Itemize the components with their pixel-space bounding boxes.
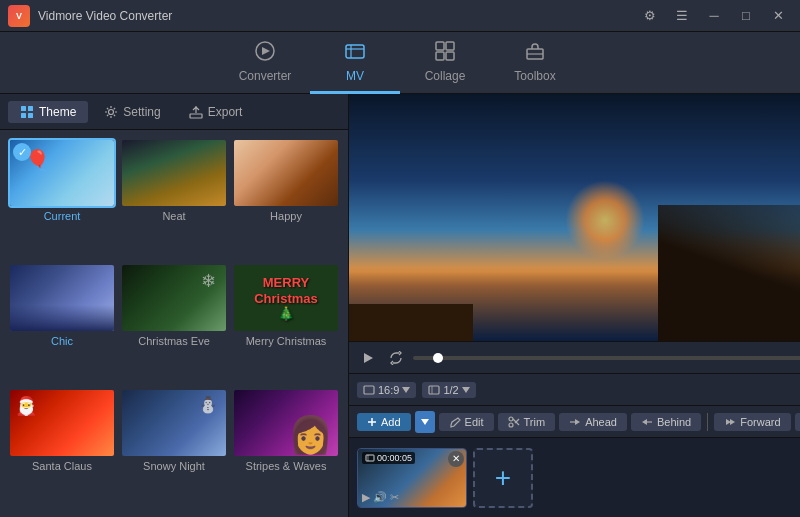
svg-marker-32	[575, 419, 580, 425]
clip-audio-icon[interactable]: 🔊	[373, 491, 387, 504]
aspect-ratio-selector[interactable]: 16:9	[357, 382, 416, 398]
add-dropdown-arrow[interactable]	[415, 411, 435, 433]
subtab-setting[interactable]: Setting	[92, 101, 172, 123]
theme-label-current: Current	[44, 210, 81, 222]
clip-duration-icon	[365, 454, 375, 462]
export-icon	[189, 105, 203, 119]
svg-point-15	[109, 109, 114, 114]
backward-button[interactable]: Backward	[795, 413, 800, 431]
clip-play-icon[interactable]: ▶	[362, 491, 370, 504]
add-label: Add	[381, 416, 401, 428]
theme-thumb-happy	[232, 138, 340, 208]
main-content: Theme Setting Export	[0, 94, 800, 517]
svg-marker-20	[402, 387, 410, 393]
progress-bar[interactable]	[413, 356, 800, 360]
svg-rect-6	[446, 42, 454, 50]
left-panel: Theme Setting Export	[0, 94, 349, 517]
edit-label: Edit	[465, 416, 484, 428]
theme-item-santa-claus[interactable]: 🎅 Santa Claus	[8, 388, 116, 509]
quality-icon	[428, 385, 440, 395]
tab-collage[interactable]: Collage	[400, 32, 490, 94]
clip-cut-icon[interactable]: ✂	[390, 491, 399, 504]
add-chevron-icon	[421, 419, 429, 425]
sub-tabs: Theme Setting Export	[0, 94, 348, 130]
theme-item-current[interactable]: 🎈 ✓ Current	[8, 138, 116, 259]
theme-grid-icon	[20, 105, 34, 119]
behind-label: Behind	[657, 416, 691, 428]
theme-item-christmas-eve[interactable]: ❄ Christmas Eve	[120, 263, 228, 384]
theme-item-happy[interactable]: Happy	[232, 138, 340, 259]
trim-label: Trim	[524, 416, 546, 428]
forward-button[interactable]: Forward	[714, 413, 790, 431]
clip-remove-button[interactable]: ✕	[448, 451, 464, 467]
selected-badge: ✓	[13, 143, 31, 161]
subtab-theme[interactable]: Theme	[8, 101, 88, 123]
ahead-icon	[569, 416, 581, 428]
timeline-clip-1[interactable]: 00:00:05 ▶ 🔊 ✂ ✕	[357, 448, 467, 508]
timeline: 00:00:05 ▶ 🔊 ✂ ✕ + 1 / 1	[349, 437, 800, 517]
behind-button[interactable]: Behind	[631, 413, 701, 431]
svg-rect-8	[446, 52, 454, 60]
app-title: Vidmore Video Converter	[38, 9, 636, 23]
menu-button[interactable]: ☰	[668, 5, 696, 27]
theme-item-stripes-waves[interactable]: 👩 Stripes & Waves	[232, 388, 340, 509]
maximize-button[interactable]: □	[732, 5, 760, 27]
tab-converter[interactable]: Converter	[220, 32, 310, 94]
clip-controls: ▶ 🔊 ✂	[362, 491, 399, 504]
minimize-button[interactable]: ─	[700, 5, 728, 27]
svg-rect-7	[436, 52, 444, 60]
quality-selector[interactable]: 1/2	[422, 382, 475, 398]
svg-marker-26	[421, 419, 429, 425]
svg-rect-5	[436, 42, 444, 50]
toolbar-separator	[707, 413, 708, 431]
theme-item-chic[interactable]: Chic	[8, 263, 116, 384]
theme-label-santa-claus: Santa Claus	[32, 460, 92, 472]
progress-dot[interactable]	[433, 353, 443, 363]
app-logo: V	[8, 5, 30, 27]
theme-item-merry-christmas[interactable]: MERRYChristmas🎄 Merry Christmas	[232, 263, 340, 384]
theme-label-happy: Happy	[270, 210, 302, 222]
svg-point-27	[509, 417, 513, 421]
aspect-dropdown-arrow	[402, 387, 410, 393]
svg-marker-17	[364, 353, 373, 363]
svg-rect-13	[21, 113, 26, 118]
tab-toolbox[interactable]: Toolbox	[490, 32, 580, 94]
theme-thumb-chic	[8, 263, 116, 333]
subtab-setting-label: Setting	[123, 105, 160, 119]
video-background	[349, 94, 800, 341]
collage-icon	[434, 40, 456, 65]
edit-button[interactable]: Edit	[439, 413, 494, 431]
ahead-button[interactable]: Ahead	[559, 413, 627, 431]
window-controls: ⚙ ☰ ─ □ ✕	[636, 5, 792, 27]
quality-dropdown-arrow	[462, 387, 470, 393]
add-button[interactable]: Add	[357, 413, 411, 431]
play-button[interactable]	[357, 347, 379, 369]
loop-button[interactable]	[385, 347, 407, 369]
export-controls-left: 16:9 1/2	[357, 382, 476, 398]
svg-marker-34	[642, 419, 647, 425]
theme-item-neat[interactable]: Neat	[120, 138, 228, 259]
settings-button[interactable]: ⚙	[636, 5, 664, 27]
subtab-export[interactable]: Export	[177, 101, 255, 123]
export-row: 16:9 1/2 → Export	[349, 373, 800, 405]
theme-label-chic: Chic	[51, 335, 73, 347]
theme-thumb-snowy-night: ⛄	[120, 388, 228, 458]
svg-rect-12	[28, 106, 33, 111]
svg-rect-14	[28, 113, 33, 118]
theme-label-neat: Neat	[162, 210, 185, 222]
forward-label: Forward	[740, 416, 780, 428]
add-clip-button[interactable]: +	[473, 448, 533, 508]
video-controls-bar: 00:00:00.00/00:00:08.02	[349, 341, 800, 373]
theme-item-snowy-night[interactable]: ⛄ Snowy Night	[120, 388, 228, 509]
edit-icon	[449, 416, 461, 428]
converter-label: Converter	[239, 69, 292, 83]
video-preview	[349, 94, 800, 341]
titlebar: V Vidmore Video Converter ⚙ ☰ ─ □ ✕	[0, 0, 800, 32]
tab-mv[interactable]: MV	[310, 32, 400, 94]
svg-rect-2	[346, 45, 364, 58]
theme-grid: 🎈 ✓ Current Neat Happy	[0, 130, 348, 517]
trim-button[interactable]: Trim	[498, 413, 556, 431]
close-button[interactable]: ✕	[764, 5, 792, 27]
mv-icon	[344, 40, 366, 65]
theme-thumb-current: 🎈 ✓	[8, 138, 116, 208]
